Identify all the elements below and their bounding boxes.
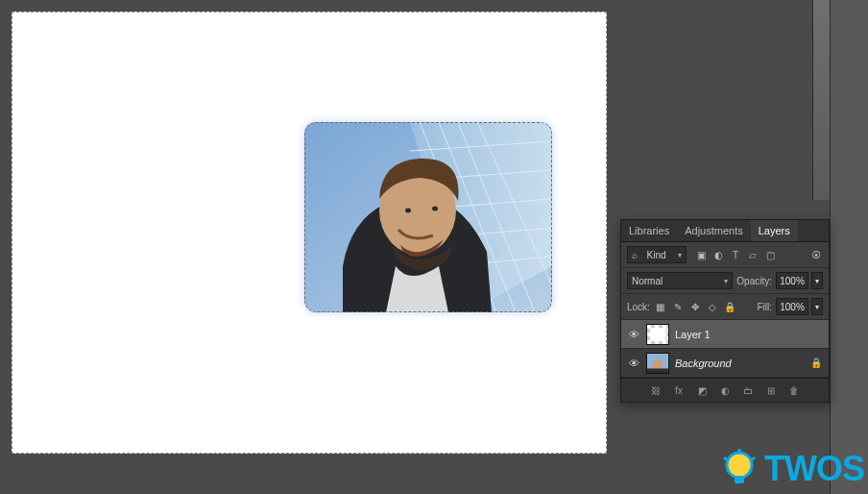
opacity-label: Opacity: — [736, 276, 772, 286]
layer-fx-icon[interactable]: fx — [672, 383, 686, 397]
svg-rect-16 — [647, 368, 668, 373]
layer-filter-row: ⌕ Kind ▾ ▣ ◐ T ▱ ▢ ⦿ — [621, 242, 829, 268]
vertical-ruler — [812, 0, 830, 200]
layer-name[interactable]: Layer 1 — [675, 329, 823, 340]
svg-line-20 — [724, 457, 728, 460]
filter-kind-dropdown[interactable]: ⌕ Kind ▾ — [627, 246, 687, 263]
lock-indicator-icon[interactable]: 🔒 — [809, 358, 823, 368]
tab-libraries[interactable]: Libraries — [621, 220, 677, 241]
blend-mode-value: Normal — [632, 276, 663, 286]
filter-toggle[interactable]: ⦿ — [809, 248, 823, 261]
svg-point-12 — [405, 209, 411, 213]
blend-mode-dropdown[interactable]: Normal ▾ — [627, 272, 733, 289]
chevron-down-icon: ▾ — [724, 277, 728, 285]
layer-group-icon[interactable]: 🗀 — [741, 383, 755, 397]
watermark-text: TWOS — [764, 449, 864, 489]
filter-type-icon[interactable]: T — [729, 248, 742, 261]
visibility-toggle[interactable]: 👁 — [627, 358, 640, 369]
opacity-value[interactable]: 100% — [776, 272, 808, 289]
svg-line-21 — [751, 457, 755, 460]
watermark-logo: TWOS — [718, 448, 864, 490]
tab-layers[interactable]: Layers — [751, 220, 798, 241]
tab-adjustments[interactable]: Adjustments — [677, 220, 751, 241]
filter-smart-icon[interactable]: ▢ — [763, 248, 777, 261]
chevron-down-icon: ▾ — [678, 251, 682, 259]
layer-item[interactable]: 👁 Background 🔒 — [621, 349, 829, 378]
svg-point-13 — [432, 207, 438, 211]
lock-label: Lock: — [627, 302, 650, 312]
filter-shape-icon[interactable]: ▱ — [746, 248, 760, 261]
lightbulb-icon — [718, 448, 760, 490]
new-layer-icon[interactable]: ⊞ — [764, 383, 778, 397]
svg-point-17 — [727, 453, 752, 478]
opacity-stepper[interactable]: ▾ — [811, 272, 823, 289]
lock-row: Lock: ▦ ✎ ✥ ◇ 🔒 Fill: 100% ▾ — [621, 294, 829, 320]
layer-item[interactable]: 👁 Layer 1 — [621, 320, 829, 349]
right-dock — [830, 0, 868, 494]
layers-footer: ⛓ fx ◩ ◐ 🗀 ⊞ 🗑 — [621, 378, 829, 402]
filter-adjust-icon[interactable]: ◐ — [711, 248, 725, 261]
layer-mask-icon[interactable]: ◩ — [695, 383, 709, 397]
canvas[interactable] — [12, 12, 607, 454]
pasted-image-selection[interactable] — [304, 122, 552, 312]
layer-thumbnail[interactable] — [646, 324, 669, 345]
fill-value[interactable]: 100% — [776, 298, 808, 315]
adjustment-layer-icon[interactable]: ◐ — [718, 383, 732, 397]
layers-panel: Libraries Adjustments Layers ⌕ Kind ▾ ▣ … — [620, 219, 830, 403]
visibility-toggle[interactable]: 👁 — [627, 329, 640, 340]
layer-list: 👁 Layer 1 👁 Background 🔒 — [621, 320, 829, 378]
fill-stepper[interactable]: ▾ — [811, 298, 823, 315]
blend-row: Normal ▾ Opacity: 100% ▾ — [621, 268, 829, 294]
lock-transparency-icon[interactable]: ▦ — [654, 300, 667, 313]
lock-brush-icon[interactable]: ✎ — [671, 300, 685, 313]
search-icon: ⌕ — [632, 250, 638, 260]
svg-rect-18 — [735, 476, 744, 483]
lock-all-icon[interactable]: 🔒 — [723, 300, 736, 313]
lock-position-icon[interactable]: ✥ — [688, 300, 702, 313]
filter-kind-label: Kind — [646, 250, 665, 260]
panel-tab-bar: Libraries Adjustments Layers — [621, 220, 829, 242]
link-layers-icon[interactable]: ⛓ — [649, 383, 663, 397]
pasted-image — [304, 122, 552, 312]
fill-label: Fill: — [757, 302, 772, 312]
layer-thumbnail[interactable] — [646, 353, 669, 374]
delete-layer-icon[interactable]: 🗑 — [787, 383, 801, 397]
filter-pixel-icon[interactable]: ▣ — [694, 248, 708, 261]
layer-name[interactable]: Background — [675, 358, 804, 369]
lock-artboard-icon[interactable]: ◇ — [706, 300, 719, 313]
